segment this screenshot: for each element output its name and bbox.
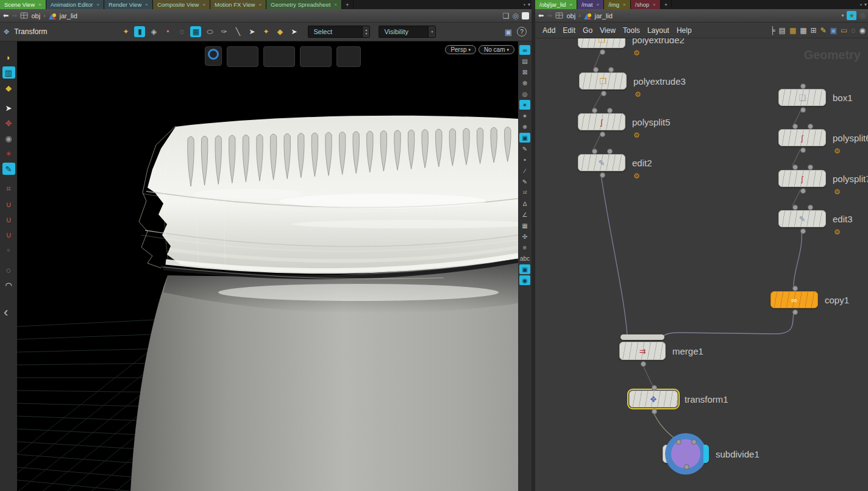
select-arrow-icon[interactable]: ➤ bbox=[246, 26, 257, 37]
node-connector-dot[interactable] bbox=[792, 124, 798, 129]
snap-edge-icon[interactable]: ∪ bbox=[2, 213, 15, 225]
tab-animation-editor[interactable]: Animation Editor× bbox=[46, 0, 104, 9]
node-polyextrude2[interactable]: ❒polyextrude2⚙ bbox=[578, 38, 625, 48]
node-connector-dot[interactable] bbox=[792, 205, 798, 210]
snapshot-active-icon[interactable]: ▣ bbox=[519, 264, 530, 274]
forward-arrow-icon[interactable]: ➡ bbox=[547, 12, 552, 19]
grid-snap-icon[interactable]: ▦ bbox=[190, 26, 201, 37]
menu-go[interactable]: Go bbox=[579, 25, 596, 36]
geometry-shelf-icon[interactable]: ▥ bbox=[2, 66, 15, 79]
dome-shelf-icon[interactable]: ◠ bbox=[2, 279, 15, 291]
tab-close-icon[interactable]: × bbox=[96, 2, 99, 7]
forward-arrow-icon[interactable]: ➡ bbox=[12, 12, 17, 19]
camera-view-icon[interactable]: ▣ bbox=[519, 133, 530, 143]
handles-icon[interactable]: ✥ bbox=[2, 117, 15, 129]
node-connector-dot[interactable] bbox=[652, 409, 657, 414]
snap-grid-icon[interactable]: ⌗ bbox=[2, 183, 15, 195]
tab-close-icon[interactable]: × bbox=[596, 2, 599, 7]
view-ring-button[interactable] bbox=[205, 46, 222, 66]
tab--mat[interactable]: /mat× bbox=[577, 0, 604, 9]
pane-square-icon[interactable]: ▪ bbox=[524, 2, 525, 7]
select-mode-dropdown[interactable]: Select ▲▼ bbox=[308, 26, 370, 38]
line-tool-icon[interactable]: ╲ bbox=[232, 26, 243, 37]
dot-tool-icon[interactable]: • bbox=[162, 26, 173, 37]
node-connector-dot[interactable] bbox=[792, 286, 798, 291]
display-flag[interactable] bbox=[703, 445, 709, 463]
uv-overlay-icon[interactable]: ▦ bbox=[519, 221, 530, 230]
tab-close-icon[interactable]: × bbox=[623, 2, 626, 7]
image-icon[interactable]: ▣ bbox=[830, 26, 837, 35]
memory-button-3[interactable] bbox=[300, 46, 332, 67]
visibility-dropdown[interactable]: Visibility ▼ bbox=[379, 26, 436, 38]
node-connector-dot[interactable] bbox=[601, 91, 607, 96]
menu-add[interactable]: Add bbox=[539, 25, 559, 36]
parameters-gear-icon[interactable]: ⚙ bbox=[834, 147, 841, 155]
node-connector-dot[interactable] bbox=[593, 67, 599, 72]
notes-icon[interactable]: ✎ bbox=[820, 26, 827, 35]
snapshot-camera-icon[interactable]: ▣ bbox=[505, 27, 512, 37]
tab-close-icon[interactable]: × bbox=[569, 2, 572, 7]
menu-tools[interactable]: Tools bbox=[619, 25, 644, 36]
memory-button-1[interactable] bbox=[227, 46, 258, 67]
brush-select-icon[interactable]: ✑ bbox=[218, 26, 229, 37]
node-polysplit7[interactable]: ʃpolysplit7⚙ bbox=[778, 170, 826, 187]
parameters-gear-icon[interactable]: ⚙ bbox=[834, 228, 841, 236]
parameters-gear-icon[interactable]: ⚙ bbox=[633, 172, 640, 180]
pane-menu-arrow-icon[interactable]: ▾ bbox=[864, 2, 867, 7]
node-box1[interactable]: ❑box1 bbox=[778, 89, 826, 106]
memory-button-2[interactable] bbox=[263, 46, 295, 67]
left-pane-controls[interactable]: ▪ ▾ bbox=[524, 0, 530, 9]
cursor-icon[interactable]: ➤ bbox=[288, 26, 299, 37]
node-connector-dot[interactable] bbox=[592, 108, 597, 113]
point-marker-icon[interactable]: • bbox=[519, 155, 530, 164]
node-connector-dot[interactable] bbox=[600, 49, 605, 55]
parameters-gear-icon[interactable]: ⚙ bbox=[635, 91, 641, 98]
pane-menu-arrow-icon[interactable]: ▾ bbox=[528, 2, 530, 7]
pen-icon[interactable]: ✎ bbox=[519, 177, 530, 186]
node-polysplit6[interactable]: ʃpolysplit6⚙ bbox=[778, 129, 826, 146]
node-connector-dot[interactable] bbox=[652, 385, 657, 390]
tab-close-icon[interactable]: × bbox=[145, 2, 148, 7]
node-connector-dot[interactable] bbox=[808, 205, 813, 210]
pin-icon[interactable]: ★ bbox=[847, 11, 856, 20]
hand-tool-icon[interactable]: ✎ bbox=[519, 144, 530, 154]
tab-motion-fx-view[interactable]: Motion FX View× bbox=[210, 0, 266, 9]
tab-composite-view[interactable]: Composite View× bbox=[153, 0, 210, 9]
parameters-gear-icon[interactable]: ⚙ bbox=[633, 49, 640, 57]
tab--img[interactable]: /img× bbox=[604, 0, 631, 9]
menu-layout[interactable]: Layout bbox=[644, 25, 673, 36]
select-spinner-icon[interactable]: ▲▼ bbox=[362, 26, 369, 37]
node-connector-dot[interactable] bbox=[684, 464, 689, 470]
misc-shelf-icon[interactable]: ▫ bbox=[2, 244, 15, 256]
lamp-off-icon[interactable]: ⊗ bbox=[519, 78, 530, 88]
bulb-icon[interactable]: ✶ bbox=[519, 111, 530, 121]
lasso-shelf-icon[interactable]: ◌ bbox=[2, 264, 15, 276]
ring-light-icon[interactable]: ◎ bbox=[519, 89, 530, 99]
viewport-3d[interactable]: Persp ▾ No cam ▾ bbox=[17, 41, 518, 491]
headlight-icon[interactable]: ✶ bbox=[519, 100, 530, 110]
help-icon[interactable]: ? bbox=[517, 27, 527, 37]
node-connector-dot[interactable] bbox=[800, 147, 806, 153]
tab-close-icon[interactable]: × bbox=[653, 2, 656, 7]
tab-geometry-spreadsheet[interactable]: Geometry Spreadsheet× bbox=[266, 0, 342, 9]
tree-view-icon[interactable]: ╞ bbox=[770, 26, 775, 35]
node-connector-dot[interactable] bbox=[592, 149, 597, 154]
node-merge1[interactable]: ⇉merge1 bbox=[619, 342, 666, 360]
node-connector-dot[interactable] bbox=[676, 439, 681, 445]
tab-close-icon[interactable]: × bbox=[258, 2, 261, 7]
fan-icon[interactable]: ✣ bbox=[519, 231, 530, 241]
pivot-icon[interactable]: ✶ bbox=[2, 147, 15, 160]
node-connector-dot[interactable] bbox=[641, 361, 646, 367]
parameters-gear-icon[interactable]: ⚙ bbox=[834, 188, 841, 196]
group-list-icon[interactable]: ≡ bbox=[519, 242, 530, 252]
edit-state-icon[interactable]: ✎ bbox=[2, 163, 15, 175]
node-polyextrude3[interactable]: ❒polyextrude3⚙ bbox=[579, 72, 627, 90]
node-connector-dot[interactable] bbox=[800, 228, 806, 234]
pane-square-icon[interactable]: ▪ bbox=[860, 2, 862, 7]
node-edit2[interactable]: ✎edit2⚙ bbox=[578, 154, 625, 171]
network-canvas[interactable]: Geometry ❒polyextrude2⚙❒polyextrude3⚙ʃpo… bbox=[535, 38, 868, 491]
new-tab-button[interactable]: + bbox=[342, 0, 354, 9]
node-subdivide1[interactable]: ◇subdivide1 bbox=[663, 445, 709, 463]
link-cube-icon[interactable]: ❑ bbox=[503, 12, 510, 20]
node-connector-dot[interactable] bbox=[600, 172, 605, 178]
